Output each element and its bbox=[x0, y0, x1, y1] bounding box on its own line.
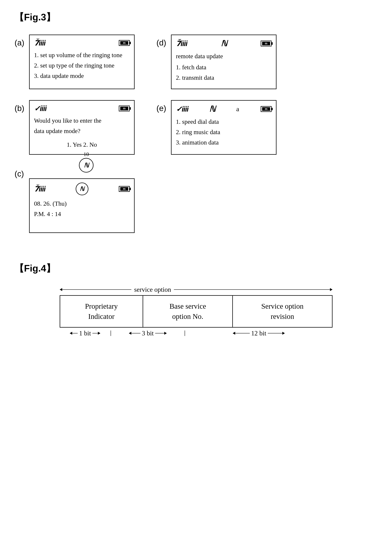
panel-a-content: 1. set up volume of the ringing tone 2. … bbox=[34, 50, 130, 80]
panel-b-screen: ✓iiii m Would you like to enter the data… bbox=[29, 100, 135, 155]
panel-e-content: 1. speed dial data 2. ring music data 3.… bbox=[176, 117, 272, 147]
panel-b-header: ✓iiii m bbox=[34, 104, 130, 113]
bit1-shaft-right bbox=[92, 333, 98, 333]
panel-d-wrapper: (d) 7̆iiii ℕ m remote data update 1. fet… bbox=[156, 35, 276, 89]
arrow-left-shaft bbox=[62, 289, 131, 290]
col-base: Base service option No. bbox=[143, 296, 233, 327]
panel-c-circle-icon: ℕ bbox=[76, 183, 88, 195]
panel-d-signal: 7̆iiii bbox=[176, 39, 187, 48]
panel-b-wrapper: (b) ✓iiii m Would you like to enter the … bbox=[15, 100, 135, 155]
bit12-shaft-right bbox=[268, 333, 282, 333]
panel-b-battery-text: m bbox=[123, 107, 126, 110]
panel-d-header: 7̆iiii ℕ m bbox=[176, 39, 272, 48]
col-base-line1: Base service bbox=[170, 302, 206, 310]
col-proprietary-line1: Proprietary bbox=[85, 302, 118, 310]
panel-a-battery-text: m bbox=[123, 41, 126, 44]
service-table: Proprietary Indicator Base service optio… bbox=[60, 295, 332, 328]
bit3-shaft-left bbox=[131, 333, 140, 333]
panel-e-header: ✓iiii ℕ a m bbox=[176, 104, 272, 114]
bit12-shaft-left bbox=[235, 333, 250, 333]
panel-d-battery: m bbox=[261, 41, 272, 46]
panel-b-battery: m bbox=[119, 105, 130, 111]
panel-c-battery-fill: m bbox=[120, 187, 128, 191]
panel-a-header: 7̆iiii m bbox=[34, 39, 130, 47]
panel-a-item2: 2. set up type of the ringing tone bbox=[34, 61, 130, 70]
bit-arrows-row: 1 bit 3 bit 12 bit bbox=[60, 329, 332, 337]
col-revision-line1: Service option bbox=[261, 302, 303, 310]
panel-e-signal: ✓iiii bbox=[176, 105, 188, 113]
panel-e-battery-fill: m bbox=[262, 107, 270, 111]
panel-a-screen: 7̆iiii m 1. set up volume of the ringing… bbox=[29, 35, 135, 89]
bit1-label: 1 bit bbox=[78, 329, 92, 337]
panel-d-content: remote data update 1. fetch data 2. tran… bbox=[176, 52, 272, 82]
panel-e-battery: m bbox=[261, 106, 272, 112]
panel-e-label: (e) bbox=[156, 104, 167, 113]
panel-e-network: ℕ bbox=[209, 104, 216, 114]
service-option-arrow: service option bbox=[60, 286, 332, 293]
panel-a-item3: 3. data update mode bbox=[34, 71, 130, 80]
panel-c-time: P.M. 4 : 14 bbox=[34, 209, 130, 218]
panel-c-wrapper: (c) 10 ℕ 7̆iiii ℕ bbox=[15, 166, 135, 233]
panel-a-item1: 1. set up volume of the ringing tone bbox=[34, 50, 130, 60]
bit-1-section: 1 bit bbox=[60, 329, 111, 337]
arrow-right-shaft bbox=[174, 289, 330, 290]
panel-c-outer: 10 ℕ 7̆iiii ℕ m bbox=[29, 166, 135, 233]
panel-a-label: (a) bbox=[15, 38, 26, 47]
panel-a-battery: m bbox=[119, 40, 130, 46]
panel-a-wrapper: (a) 7̆iiii m 1. set up volume of the rin… bbox=[15, 35, 135, 89]
panel-d-label: (d) bbox=[156, 38, 167, 47]
fig3-row1: (a) 7̆iiii m 1. set up volume of the rin… bbox=[15, 35, 377, 89]
panel-e-extra: a bbox=[236, 105, 239, 113]
col-proprietary-line2: Indicator bbox=[88, 312, 114, 321]
service-option-arrow-row: service option bbox=[15, 286, 377, 293]
panel-b-signal: ✓iiii bbox=[34, 104, 46, 113]
col-revision-line2: revision bbox=[271, 312, 294, 321]
panel-e-item1: 1. speed dial data bbox=[176, 117, 272, 126]
table-row: Proprietary Indicator Base service optio… bbox=[60, 296, 332, 327]
col-base-line2: option No. bbox=[172, 312, 203, 321]
panel-b-battery-fill: m bbox=[120, 107, 128, 110]
fig3: 【Fig.3】 (a) 7̆iiii m 1. set up volume of… bbox=[15, 11, 377, 244]
fig3-title: 【Fig.3】 bbox=[15, 11, 377, 24]
arrow-right-head bbox=[330, 288, 332, 291]
fig3-row2: (b) ✓iiii m Would you like to enter the … bbox=[15, 100, 377, 155]
panel-e-screen: ✓iiii ℕ a m 1. speed dial data 2. ring m… bbox=[171, 100, 276, 155]
panel-d-battery-text: m bbox=[265, 42, 267, 45]
panel-a-signal: 7̆iiii bbox=[34, 39, 45, 47]
antenna-signal-icon: ℕ bbox=[84, 162, 89, 169]
panel-b-choices: 1. Yes 2. No bbox=[34, 140, 130, 149]
panel-c-screen: 7̆iiii ℕ m 08. 26. (Thu) P.M. bbox=[29, 178, 135, 233]
panel-c-date: 08. 26. (Thu) bbox=[34, 199, 130, 208]
bit12-arrow-left bbox=[233, 332, 235, 335]
panel-c-content: 08. 26. (Thu) P.M. 4 : 14 bbox=[34, 199, 130, 218]
panel-b-line1: Would you like to enter the bbox=[34, 116, 130, 125]
bit3-shaft-right bbox=[155, 333, 164, 333]
panel-d-title: remote data update bbox=[176, 52, 272, 61]
panel-d-item1: 1. fetch data bbox=[176, 63, 272, 72]
bit1-shaft-left bbox=[72, 333, 78, 333]
panel-c-signal: 7̆iiii bbox=[34, 185, 45, 193]
panel-b-label: (b) bbox=[15, 104, 26, 113]
panel-c-antenna-circle: ℕ bbox=[79, 158, 94, 173]
panel-c-circle-letter: ℕ bbox=[80, 185, 85, 192]
fig4: 【Fig.4】 service option Proprietary Indic… bbox=[15, 262, 377, 337]
col-revision: Service option revision bbox=[233, 296, 332, 327]
panel-a-battery-fill: m bbox=[120, 41, 128, 45]
bit-12-section: 12 bit bbox=[185, 329, 332, 337]
panel-c-antenna-number: 10 bbox=[79, 151, 94, 157]
panel-e-wrapper: (e) ✓iiii ℕ a m 1. speed dial data 2. ri… bbox=[156, 100, 276, 155]
bit-3-section: 3 bit bbox=[111, 329, 185, 337]
panel-c-battery-text: m bbox=[123, 187, 126, 191]
panel-d-item2: 2. transmit data bbox=[176, 73, 272, 82]
bit12-label: 12 bit bbox=[250, 329, 268, 337]
panel-d-network: ℕ bbox=[221, 39, 227, 48]
bit3-label: 3 bit bbox=[140, 329, 155, 337]
panel-c-antenna-bubble: 10 ℕ bbox=[79, 151, 94, 173]
panel-b-line2: data update mode? bbox=[34, 126, 130, 136]
col-proprietary: Proprietary Indicator bbox=[60, 296, 143, 327]
fig4-title: 【Fig.4】 bbox=[15, 262, 377, 275]
service-table-wrapper: Proprietary Indicator Base service optio… bbox=[15, 295, 377, 328]
arrow-left-head bbox=[60, 288, 62, 291]
fig3-row3: (c) 10 ℕ 7̆iiii ℕ bbox=[15, 166, 377, 233]
panel-c-battery: m bbox=[119, 186, 130, 192]
